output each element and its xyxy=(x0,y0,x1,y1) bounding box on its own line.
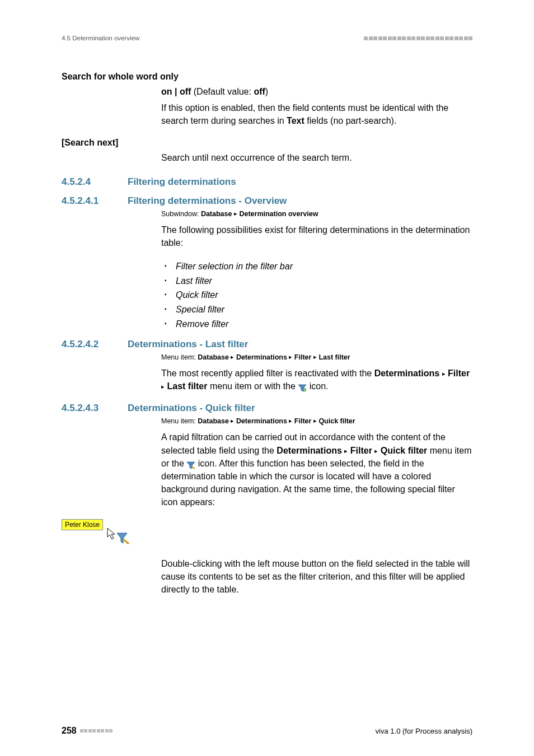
menu-path: Menu item: Database ▸ Determinations ▸ F… xyxy=(161,417,472,425)
highlighted-cell: Peter Klose xyxy=(62,519,103,530)
option-description: If this option is enabled, then the fiel… xyxy=(161,101,472,127)
list-item: Quick filter xyxy=(161,288,472,302)
section-title: Determinations - Last filter xyxy=(128,339,248,350)
section-number: 4.5.2.4 xyxy=(62,176,128,188)
quick-filter-illustration: Peter Klose xyxy=(62,519,134,545)
running-header: 4.5 Determination overview xyxy=(62,35,472,41)
section-intro: The following possibilities exist for fi… xyxy=(161,223,472,249)
section-body: A rapid filtration can be carried out in… xyxy=(161,431,472,508)
section-number: 4.5.2.4.3 xyxy=(62,403,128,414)
section-number: 4.5.2.4.2 xyxy=(62,339,128,350)
section-reference: 4.5 Determination overview xyxy=(62,35,139,41)
section-body: The most recently applied filter is reac… xyxy=(161,367,472,393)
list-item: Last filter xyxy=(161,274,472,288)
section-title: Filtering determinations xyxy=(128,176,236,188)
cursor-with-funnel-icon xyxy=(106,527,132,548)
option-title-search-next: [Search next] xyxy=(62,138,472,148)
page-number: 258 xyxy=(62,726,77,736)
list-item: Remove filter xyxy=(161,317,472,332)
page-footer: 258 viva 1.0 (for Process analysis) xyxy=(62,726,472,736)
product-name: viva 1.0 (for Process analysis) xyxy=(376,727,472,735)
quick-filter-icon xyxy=(186,460,195,468)
header-decoration xyxy=(364,36,472,40)
section-title: Determinations - Quick filter xyxy=(128,403,255,414)
menu-path: Menu item: Database ▸ Determinations ▸ F… xyxy=(161,353,472,361)
list-item: Special filter xyxy=(161,302,472,317)
section-number: 4.5.2.4.1 xyxy=(62,195,128,207)
filter-list: Filter selection in the filter bar Last … xyxy=(161,259,472,331)
subwindow-path: Subwindow: Database ▸ Determination over… xyxy=(161,210,472,218)
section-body: Double-clicking with the left mouse butt… xyxy=(161,557,472,596)
footer-decoration xyxy=(80,729,113,732)
last-filter-icon xyxy=(298,382,307,390)
section-title: Filtering determinations - Overview xyxy=(128,195,287,207)
option-title-whole-word: Search for whole word only xyxy=(62,72,472,82)
option-values: on | off xyxy=(161,87,191,96)
list-item: Filter selection in the filter bar xyxy=(161,259,472,274)
option-description: Search until next occurrence of the sear… xyxy=(161,151,472,164)
option-value-line: on | off (Default value: off) xyxy=(161,85,472,98)
